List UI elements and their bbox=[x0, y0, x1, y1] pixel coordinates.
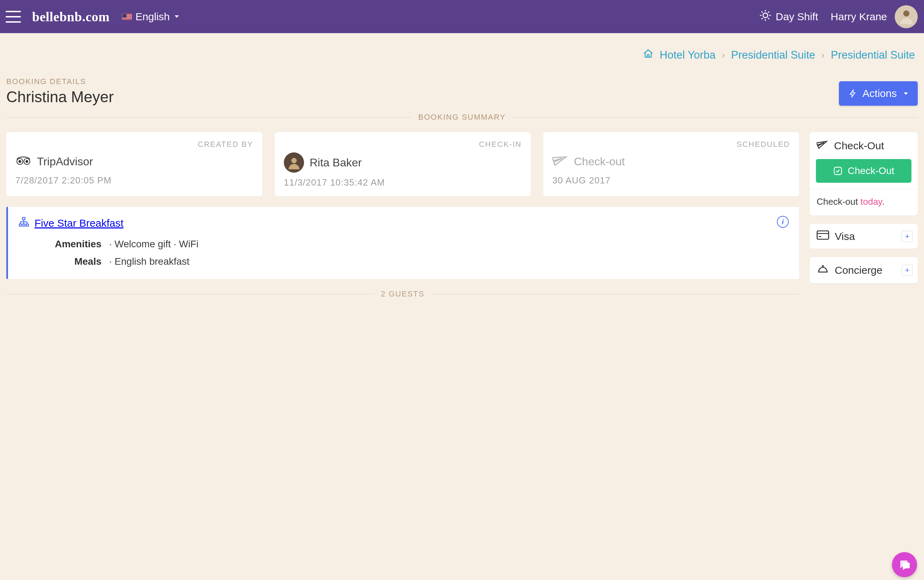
checkout-button-label: Check-Out bbox=[848, 165, 894, 176]
created-timestamp: 7/28/2017 2:20:05 PM bbox=[15, 174, 253, 186]
chevron-down-icon bbox=[175, 15, 179, 18]
home-icon bbox=[643, 48, 653, 62]
checkout-note: Check-out today. bbox=[810, 189, 918, 216]
card-label: SCHEDULED bbox=[552, 140, 790, 149]
user-name: Harry Krane bbox=[830, 11, 887, 23]
amenities-value: · Welcome gift · WiFi bbox=[109, 239, 198, 250]
menu-button[interactable] bbox=[6, 11, 21, 23]
payment-title: Visa bbox=[835, 231, 855, 242]
svg-rect-10 bbox=[26, 224, 29, 226]
avatar bbox=[895, 5, 918, 28]
breadcrumb-hotel[interactable]: Hotel Yorba bbox=[660, 49, 715, 61]
language-selector[interactable]: English bbox=[122, 11, 179, 23]
chat-icon bbox=[898, 559, 911, 571]
brand-logo[interactable]: bellebnb.com bbox=[32, 9, 110, 25]
scheduled-event: Check-out bbox=[574, 155, 625, 168]
scheduled-date: 30 AUG 2017 bbox=[552, 174, 790, 186]
actions-label: Actions bbox=[863, 87, 897, 99]
checkin-timestamp: 11/3/2017 10:35:42 AM bbox=[284, 176, 522, 189]
breadcrumb-room[interactable]: Presidential Suite bbox=[831, 49, 915, 61]
checkin-by: Rita Baker bbox=[310, 156, 362, 169]
summary-label: BOOKING SUMMARY bbox=[418, 113, 506, 122]
card-checkin: CHECK-IN Rita Baker 11/3/2017 10:35:42 A… bbox=[275, 132, 531, 196]
card-scheduled: SCHEDULED Check-out 30 AUG 2017 bbox=[543, 132, 799, 196]
rate-plan-card: Five Star Breakfast i Amenities · Welcom… bbox=[6, 207, 799, 279]
sitemap-icon bbox=[18, 217, 29, 229]
chat-fab[interactable] bbox=[892, 552, 917, 577]
shift-label: Day Shift bbox=[776, 11, 818, 23]
actions-button[interactable]: Actions bbox=[839, 81, 918, 105]
checkout-card: Check-Out Check-Out Check-out today. bbox=[810, 132, 918, 216]
svg-point-6 bbox=[291, 158, 296, 163]
tripadvisor-icon bbox=[15, 152, 31, 171]
current-user[interactable]: Harry Krane bbox=[830, 5, 918, 28]
card-label: CHECK-IN bbox=[284, 140, 522, 149]
check-icon bbox=[833, 166, 843, 176]
add-payment-button[interactable]: + bbox=[902, 231, 913, 242]
checkout-title: Check-Out bbox=[834, 140, 884, 152]
card-created-by: CREATED BY TripAdvisor 7/28/2017 2:20:05… bbox=[6, 132, 262, 196]
plane-icon bbox=[817, 138, 829, 153]
svg-point-0 bbox=[763, 13, 768, 17]
sun-icon bbox=[760, 10, 771, 23]
meals-label: Meals bbox=[18, 256, 109, 267]
payment-card: Visa + bbox=[810, 224, 918, 249]
created-source: TripAdvisor bbox=[37, 155, 93, 168]
page-title: Christina Meyer bbox=[6, 88, 113, 105]
svg-point-1 bbox=[903, 10, 909, 17]
svg-rect-11 bbox=[834, 167, 842, 175]
top-bar: bellebnb.com English Day Shift Harry Kra… bbox=[0, 0, 924, 33]
guests-label: 2 GUESTS bbox=[381, 290, 425, 298]
card-icon bbox=[817, 230, 829, 242]
rate-plan-link[interactable]: Five Star Breakfast bbox=[35, 217, 123, 229]
concierge-title: Concierge bbox=[835, 264, 883, 276]
amenities-label: Amenities bbox=[18, 239, 109, 250]
shift-toggle[interactable]: Day Shift bbox=[760, 10, 818, 23]
summary-divider: BOOKING SUMMARY bbox=[6, 113, 918, 122]
bolt-icon bbox=[849, 88, 857, 99]
meals-value: · English breakfast bbox=[109, 256, 189, 267]
add-concierge-button[interactable]: + bbox=[902, 265, 913, 276]
svg-rect-12 bbox=[817, 231, 829, 239]
checkout-button[interactable]: Check-Out bbox=[816, 159, 911, 183]
breadcrumb: Hotel Yorba › Presidential Suite › Presi… bbox=[6, 33, 918, 62]
plane-icon bbox=[552, 152, 568, 171]
svg-point-4 bbox=[19, 160, 21, 163]
avatar bbox=[284, 152, 304, 173]
breadcrumb-room-type[interactable]: Presidential Suite bbox=[731, 49, 815, 61]
chevron-down-icon bbox=[904, 92, 908, 95]
card-label: CREATED BY bbox=[15, 140, 253, 149]
flag-icon bbox=[122, 13, 132, 20]
concierge-card: Concierge + bbox=[810, 257, 918, 283]
section-label: BOOKING DETAILS bbox=[6, 77, 113, 86]
guests-divider: 2 GUESTS bbox=[6, 290, 799, 298]
svg-point-5 bbox=[26, 160, 28, 163]
language-label: English bbox=[135, 11, 169, 23]
bell-icon bbox=[817, 263, 829, 277]
